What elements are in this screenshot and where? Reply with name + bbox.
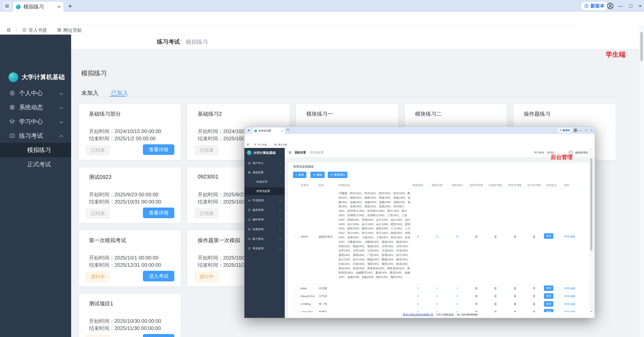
table-row: LiYiMing 李一鸣 0 4 0 否 是 是 是 禁用 详情 编辑 <box>291 300 589 308</box>
tab-search-icon[interactable] <box>246 128 251 133</box>
detail-link[interactable]: 详情 <box>564 287 569 290</box>
site-nav-link[interactable]: 网址导航 <box>63 27 82 33</box>
scroll-down-arrow-icon[interactable]: ▼ <box>590 311 592 313</box>
pages-copy-icon[interactable] <box>246 143 249 146</box>
sidebar-item-post-exam[interactable]: 考后处理 <box>244 245 285 252</box>
collapse-menu-icon[interactable] <box>288 151 292 154</box>
sidebar-item-user-center[interactable]: 用户中心 <box>244 159 285 167</box>
user-name[interactable]: 超级管理员 <box>575 148 588 157</box>
tab-joined[interactable]: 已加入 <box>111 89 128 97</box>
disable-button[interactable]: 禁用 <box>544 286 553 291</box>
new-version-button[interactable]: 新版本 <box>558 128 572 133</box>
company-link[interactable]: 西安大西信息科技有限公司 <box>403 313 433 316</box>
browser-tab[interactable]: 模拟练习 × <box>13 2 64 12</box>
card-title: 0923001 <box>198 174 218 180</box>
page-scrollbar-thumb[interactable] <box>640 32 643 61</box>
enter-exam-button[interactable]: 进入考试 <box>143 334 174 337</box>
name-cell: 李一鸣 <box>319 300 327 308</box>
end-time: 结束时间：2025/12/31 00:00:00 <box>89 262 161 269</box>
monitor-icon <box>248 218 251 221</box>
maximize-icon[interactable]: □ <box>584 128 588 133</box>
sidebar-item-simulation-practice[interactable]: 模拟练习 <box>0 143 71 157</box>
detail-link[interactable]: 详情 <box>564 295 569 298</box>
divider <box>79 123 181 123</box>
sidebar-item-question-bank[interactable]: 题库管理 <box>244 206 285 214</box>
breadcrumb-root[interactable]: 练习考试 <box>157 34 180 49</box>
sidebar-item-system-settings[interactable]: 系统设置 <box>244 169 285 176</box>
login-cell: Admin <box>300 235 308 238</box>
name-cell: 许文丽 <box>319 284 327 292</box>
browser-profile-icon[interactable] <box>606 2 614 10</box>
browser-profile-icon[interactable] <box>573 128 578 132</box>
sidebar-item-learning-center[interactable]: 学习中心 <box>0 114 71 129</box>
new-version-button[interactable]: 新版本 <box>581 2 608 10</box>
minimize-icon[interactable]: — <box>578 128 582 133</box>
new-tab-button[interactable]: + <box>66 2 74 10</box>
sidebar-item-courseware[interactable]: 课件管理 <box>244 216 285 224</box>
breadcrumb-root[interactable]: 系统设置 <box>294 148 306 157</box>
sidebar-item-admin-settings[interactable]: 管理员设置 <box>244 187 285 195</box>
import-bookmarks-link[interactable]: 导入书签 <box>258 143 267 146</box>
column-header: 管辖区域 <box>338 182 411 188</box>
site-nav-link[interactable]: 网址导航 <box>278 143 287 146</box>
divider <box>251 143 252 146</box>
tab-close-icon[interactable]: × <box>281 129 283 132</box>
edit-link[interactable]: 编辑 <box>570 295 576 298</box>
add-button[interactable]: +新增 <box>293 172 306 178</box>
notebook-icon <box>9 133 15 139</box>
view-detail-button[interactable]: 查看详情 <box>143 208 174 218</box>
view-detail-button[interactable]: 查看详情 <box>143 144 174 155</box>
row-checkbox[interactable] <box>295 235 298 238</box>
reset-password-button[interactable]: ↻重置密码 <box>328 172 347 178</box>
logo-icon <box>8 72 18 82</box>
detail-link[interactable]: 详情 <box>564 303 569 306</box>
sidebar-item-personal-center[interactable]: 个人中心 <box>0 86 71 100</box>
edit-link[interactable]: 编辑 <box>570 303 576 306</box>
logo-icon <box>247 150 252 155</box>
disable-button[interactable]: 禁用 <box>544 301 553 307</box>
minimize-icon[interactable]: — <box>616 2 625 9</box>
sidebar-item-practice-exam[interactable]: 练习考试 <box>244 235 285 243</box>
sidebar-item-paper-management[interactable]: 试卷管理 <box>244 226 285 233</box>
sidebar-item-class-management[interactable]: 班级管理 <box>244 178 285 186</box>
close-icon[interactable]: × <box>589 128 594 133</box>
import-bookmarks-link[interactable]: 导入书签 <box>28 27 47 33</box>
edit-link[interactable]: 编辑 <box>570 235 576 238</box>
import-bookmarks-icon <box>22 27 27 32</box>
tab-search-icon[interactable] <box>3 2 11 10</box>
login-cell: LiYiMing <box>300 300 311 308</box>
row-checkbox[interactable] <box>295 303 298 306</box>
new-tab-button[interactable]: + <box>287 128 289 132</box>
close-icon[interactable]: × <box>636 2 644 9</box>
detail-link[interactable]: 详情 <box>564 235 569 238</box>
delete-button[interactable]: 删除 <box>310 172 325 178</box>
enter-exam-button[interactable]: 进入考试 <box>143 271 174 281</box>
sidebar-item-formal-exam[interactable]: 正式考试 <box>0 157 71 171</box>
disable-button[interactable]: 禁用 <box>544 233 553 239</box>
edit-link[interactable]: 编辑 <box>570 287 576 290</box>
pages-copy-icon[interactable] <box>6 27 11 32</box>
status-badge: 已结束 <box>86 208 110 219</box>
admin-bookmarks-bar: 导入书签 网址导航 <box>244 142 595 148</box>
chevron-down-icon <box>60 120 63 123</box>
admin-browser-window: 管理员设置 × + 新版本 — □ × ← → ↻ ⌂ ⚠ 不安全 <box>244 126 595 318</box>
admin-scrollbar-thumb[interactable] <box>590 158 592 251</box>
tab-close-icon[interactable]: × <box>58 4 60 10</box>
grid-icon <box>9 104 15 110</box>
select-all-checkbox[interactable] <box>295 184 298 187</box>
divider <box>188 123 290 123</box>
sidebar-item-student-management[interactable]: 学员管理 <box>244 197 285 204</box>
sidebar-item-practice-exam[interactable]: 练习考试 <box>0 129 71 143</box>
page-scrollbar-track[interactable] <box>639 26 644 337</box>
sidebar-item-system-news[interactable]: 系统动态 <box>0 100 71 114</box>
disable-button[interactable]: 禁用 <box>544 293 553 299</box>
maximize-icon[interactable]: □ <box>626 2 636 9</box>
person-icon <box>9 90 15 96</box>
row-checkbox[interactable] <box>295 287 298 290</box>
card-title: 操作题练习 <box>524 110 550 117</box>
divider <box>405 123 507 123</box>
tab-not-joined[interactable]: 未加入 <box>81 89 98 97</box>
row-checkbox[interactable] <box>295 295 298 298</box>
annotation-backoffice: 后台管理 <box>550 153 573 161</box>
admin-browser-tab[interactable]: 管理员设置 × <box>252 128 285 134</box>
